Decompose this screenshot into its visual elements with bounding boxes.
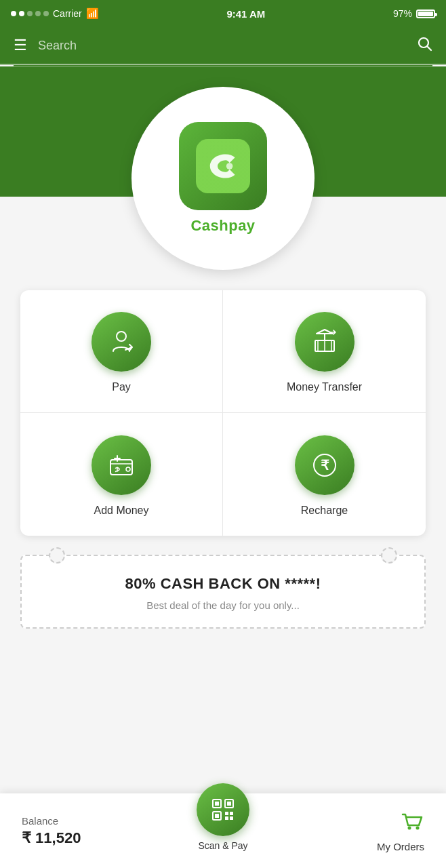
money-transfer-label: Money Transfer [287,381,362,393]
status-left: Carrier 📶 [11,7,99,20]
search-icon[interactable] [416,35,432,56]
actions-card: Pay Money Transfer [20,290,426,536]
hero-circle: Cashpay [131,87,315,270]
carrier-label: Carrier [53,8,82,19]
actions-grid: Pay Money Transfer [20,290,426,536]
svg-rect-22 [215,814,219,818]
battery-icon [416,9,435,18]
svg-rect-25 [225,816,228,820]
svg-rect-23 [225,812,228,815]
hamburger-icon[interactable]: ☰ [14,38,27,53]
promo-notch-right [381,547,397,564]
balance-amount: ₹ 11,520 [22,829,81,847]
svg-text:₹: ₹ [320,458,329,473]
balance-section: Balance ₹ 11,520 [0,806,154,856]
add-money-icon-circle [92,435,151,495]
svg-line-1 [428,47,432,51]
svg-point-4 [117,332,126,341]
balance-label: Balance [22,815,58,827]
scan-pay-button[interactable] [197,783,249,836]
search-input[interactable] [38,39,405,53]
battery-percent: 97% [393,8,412,19]
scan-pay-section[interactable]: Scan & Pay [154,787,293,868]
promo-title: 80% CASH BACK ON *****! [35,575,411,593]
recharge-label: Recharge [301,505,348,517]
status-right: 97% [393,8,435,19]
svg-rect-26 [230,816,233,820]
add-money-action[interactable]: Add Money [20,413,223,536]
svg-rect-2 [196,139,250,193]
my-orders-label: My Orders [377,841,424,852]
svg-point-28 [416,827,420,830]
wifi-icon: 📶 [86,7,99,20]
money-transfer-action[interactable]: Money Transfer [223,290,426,413]
promo-notch-left [49,547,65,564]
promo-banner[interactable]: 80% CASH BACK ON *****! Best deal of the… [20,555,426,629]
svg-rect-24 [230,812,233,815]
dot-3 [27,11,33,16]
my-orders-section[interactable]: My Orders [292,800,446,862]
scan-pay-label: Scan & Pay [198,840,247,851]
svg-point-27 [408,827,411,830]
my-orders-icon [400,809,424,838]
pay-action[interactable]: Pay [20,290,223,413]
hero-section: Cashpay [0,66,446,283]
svg-rect-20 [227,802,231,806]
dot-5 [43,11,49,16]
pay-icon-circle [92,312,151,372]
dot-4 [35,11,41,16]
signal-dots [11,11,49,16]
add-money-label: Add Money [94,505,149,517]
status-time: 9:41 AM [226,8,265,20]
app-logo [179,122,267,210]
svg-point-11 [126,467,130,471]
dot-1 [11,11,16,16]
recharge-action[interactable]: ₹ Recharge [223,413,426,536]
svg-point-3 [226,163,233,170]
svg-rect-18 [215,802,219,806]
pay-label: Pay [112,381,131,393]
recharge-icon-circle: ₹ [295,435,354,495]
status-bar: Carrier 📶 9:41 AM 97% [0,0,446,27]
money-transfer-icon-circle [295,312,354,372]
app-name: Cashpay [190,217,255,235]
search-bar: ☰ [0,27,446,65]
bottom-bar: Balance ₹ 11,520 [0,793,446,868]
dot-2 [19,11,24,16]
promo-subtitle: Best deal of the day for you only... [35,599,411,611]
